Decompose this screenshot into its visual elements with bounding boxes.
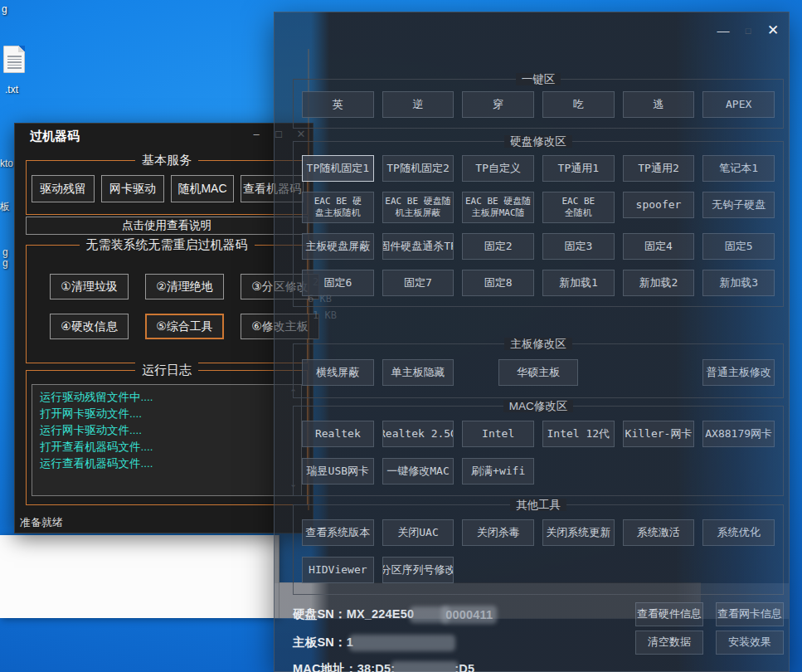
button-row: EAC BE 硬盘主板随机EAC BE 硬盘随机主板屏蔽EAC BE 硬盘随主板…: [294, 192, 783, 233]
btn-固定6[interactable]: 固定6: [302, 270, 374, 296]
btn-固件硬盘通杀TP[interactable]: 固件硬盘通杀TP: [382, 233, 454, 260]
disk-sn-label: 硬盘SN：: [293, 607, 347, 621]
btn-华硕主板[interactable]: 华硕主板: [498, 359, 578, 386]
disk-sn-prefix: MX_224E50: [347, 607, 415, 621]
btn-固定5[interactable]: 固定5: [702, 233, 775, 260]
btn-查看硬件信息[interactable]: 查看硬件信息: [635, 602, 703, 626]
btn-分区序列号修改[interactable]: 分区序列号修改: [382, 557, 454, 583]
tool-window: 过机器码 – □ ✕ 基本服务 驱动残留网卡驱动随机MAC查看机器码 点击使用查…: [14, 123, 314, 533]
log-line: 运行网卡驱动文件....: [40, 422, 294, 439]
btn-横线屏蔽[interactable]: 横线屏蔽: [302, 359, 374, 386]
btn-笔记本1[interactable]: 笔记本1: [702, 155, 775, 182]
btn-固定2[interactable]: 固定2: [462, 233, 534, 260]
section-disk: 硬盘修改区TP随机固定1TP随机固定2TP自定义TP通用1TP通用2笔记本1EA…: [293, 141, 784, 307]
btn-驱动残留[interactable]: 驱动残留: [32, 175, 95, 202]
btn-逃[interactable]: 逃: [623, 91, 695, 118]
btn-EAC BE[interactable]: EAC BE全随机: [542, 192, 615, 223]
desktop-icon-label[interactable]: g: [2, 3, 7, 15]
maximize-icon[interactable]: □: [739, 22, 757, 39]
btn-关闭系统更新[interactable]: 关闭系统更新: [542, 519, 615, 546]
btn-TP随机固定1[interactable]: TP随机固定1: [302, 155, 374, 182]
status-text: 准备就绪: [20, 515, 63, 530]
group-run-log: 运行日志 运行驱动残留文件中....打开网卡驱动文件....运行网卡驱动文件..…: [26, 370, 308, 505]
log-line: 运行驱动残留文件中....: [40, 389, 294, 406]
disk-sn-suffix: 0000411: [445, 608, 493, 621]
btn-一键修改MAC[interactable]: 一键修改MAC: [382, 458, 454, 485]
btn-spoofer[interactable]: spoofer: [623, 192, 695, 218]
btn-穿[interactable]: 穿: [462, 91, 534, 118]
btn-安装效果[interactable]: 安装效果: [716, 631, 784, 655]
btn-查看系统版本[interactable]: 查看系统版本: [302, 519, 374, 546]
btn-英[interactable]: 英: [302, 91, 374, 118]
screen: g .txt kto 板 g g 过机器码 – □ ✕ 基本服务 驱动残留网卡驱…: [0, 0, 802, 672]
mac-prefix: 38:D5:: [357, 662, 396, 672]
btn-主板硬盘屏蔽[interactable]: 主板硬盘屏蔽: [302, 233, 374, 260]
button-row: RealtekRealtek 2.5GIntelIntel 12代Killer-…: [294, 407, 783, 458]
btn-Realtek[interactable]: Realtek: [302, 421, 374, 447]
btn-TP通用2[interactable]: TP通用2: [623, 155, 695, 182]
board-sn-row: 主板SN：1 清空数据安装效果: [293, 628, 784, 656]
button-row: 横线屏蔽单主板隐藏华硕主板普通主板修改: [294, 344, 783, 397]
btn-④硬改信息[interactable]: ④硬改信息: [50, 314, 129, 339]
main-window-body: 一键区英逆穿吃逃APEX硬盘修改区TP随机固定1TP随机固定2TP自定义TP通用…: [275, 12, 789, 671]
main-window-controls: — □ ✕: [714, 22, 782, 39]
btn-固定8[interactable]: 固定8: [462, 270, 534, 296]
btn-固定7[interactable]: 固定7: [382, 270, 454, 296]
desktop-icon-label-partial[interactable]: g: [2, 257, 8, 269]
mac-label: MAC地址：: [293, 662, 357, 672]
btn-查看网卡信息[interactable]: 查看网卡信息: [716, 602, 784, 626]
btn-逆[interactable]: 逆: [382, 91, 454, 118]
log-panel[interactable]: 运行驱动残留文件中....打开网卡驱动文件....运行网卡驱动文件....打开查…: [32, 384, 302, 496]
main-window: 2 KB6 KB1 KB ⌃ ⌄ — □ ✕ 一键区英逆穿吃逃APEX硬盘修改区…: [274, 12, 790, 672]
desktop-icon-label-partial[interactable]: 板: [0, 200, 10, 214]
btn-固定3[interactable]: 固定3: [542, 233, 615, 260]
btn-①清理垃圾[interactable]: ①清理垃圾: [50, 274, 129, 299]
btn-单主板隐藏[interactable]: 单主板隐藏: [382, 359, 454, 386]
btn-AX88179网卡[interactable]: AX88179网卡: [702, 421, 775, 447]
close-icon[interactable]: ✕: [764, 22, 782, 39]
btn-固定4[interactable]: 固定4: [623, 233, 695, 260]
btn-系统激活[interactable]: 系统激活: [623, 519, 695, 546]
desktop-icon-label-txt[interactable]: .txt: [5, 84, 18, 95]
btn-关闭杀毒[interactable]: 关闭杀毒: [462, 519, 534, 546]
btn-网卡驱动[interactable]: 网卡驱动: [101, 175, 164, 202]
btn-Intel[interactable]: Intel: [462, 421, 534, 447]
help-button[interactable]: 点击使用查看说明: [26, 217, 308, 235]
btn-新加载2[interactable]: 新加载2: [623, 270, 695, 296]
desktop-icon-label-partial[interactable]: kto: [0, 158, 13, 169]
btn-新加载1[interactable]: 新加载1: [542, 270, 615, 296]
button-row: 固定6固定7固定8新加载1新加载2新加载3: [294, 270, 783, 306]
btn-Realtek 2.5G[interactable]: Realtek 2.5G: [382, 421, 454, 447]
btn-无钩子硬盘[interactable]: 无钩子硬盘: [702, 192, 775, 218]
btn-刷满+wifi[interactable]: 刷满+wifi: [462, 458, 534, 485]
btn-EAC BE 硬盘随[interactable]: EAC BE 硬盘随机主板屏蔽: [382, 192, 454, 223]
btn-EAC BE 硬[interactable]: EAC BE 硬盘主板随机: [302, 192, 374, 223]
btn-TP自定义[interactable]: TP自定义: [462, 155, 534, 182]
btn-Intel 12代[interactable]: Intel 12代: [542, 421, 615, 447]
tool-window-title: 过机器码: [30, 129, 80, 144]
btn-HIDViewer[interactable]: HIDViewer: [302, 557, 374, 583]
btn-EAC BE 硬盘随[interactable]: EAC BE 硬盘随主板屏MAC随: [462, 192, 534, 223]
mac-text: MAC地址：38:D5::D5: [293, 661, 784, 672]
button-row: HIDViewer分区序列号修改: [294, 557, 783, 594]
btn-关闭UAC[interactable]: 关闭UAC: [382, 519, 454, 546]
section-mac: MAC修改区RealtekRealtek 2.5GIntelIntel 12代K…: [293, 406, 784, 496]
btn-TP通用1[interactable]: TP通用1: [542, 155, 615, 182]
btn-Killer-网卡[interactable]: Killer-网卡: [623, 421, 695, 447]
button-row: TP随机固定1TP随机固定2TP自定义TP通用1TP通用2笔记本1: [294, 142, 783, 192]
text-file-icon[interactable]: [3, 46, 25, 73]
btn-APEX[interactable]: APEX: [702, 91, 775, 118]
btn-普通主板修改[interactable]: 普通主板修改: [702, 359, 775, 386]
minimize-icon[interactable]: —: [714, 22, 732, 39]
btn-随机MAC[interactable]: 随机MAC: [171, 175, 234, 202]
btn-⑤综合工具[interactable]: ⑤综合工具: [145, 314, 224, 339]
btn-②清理绝地[interactable]: ②清理绝地: [145, 274, 224, 299]
btn-系统优化[interactable]: 系统优化: [702, 519, 775, 546]
desktop-icon-label-partial[interactable]: g: [2, 246, 8, 258]
btn-TP随机固定2[interactable]: TP随机固定2: [382, 155, 454, 182]
btn-吃[interactable]: 吃: [542, 91, 615, 118]
btn-瑞昱USB网卡[interactable]: 瑞昱USB网卡: [302, 458, 374, 485]
btn-清空数据[interactable]: 清空数据: [635, 631, 703, 655]
btn-新加载3[interactable]: 新加载3: [702, 270, 775, 296]
minimize-icon[interactable]: –: [248, 127, 265, 142]
